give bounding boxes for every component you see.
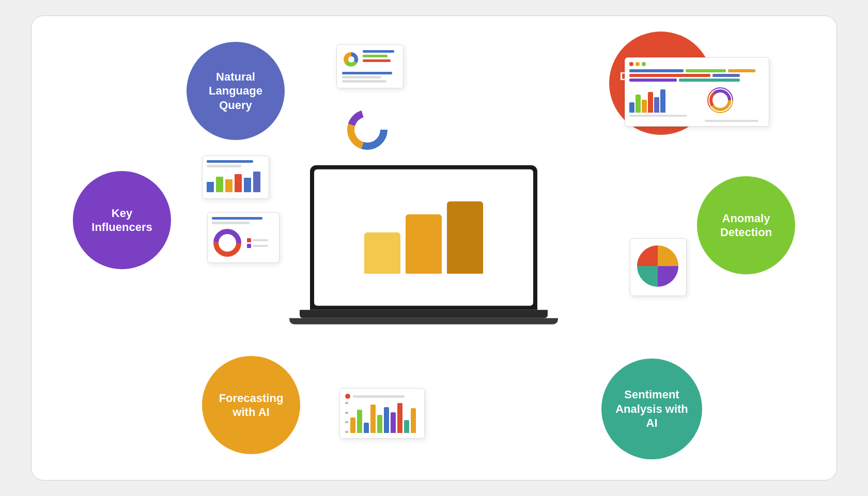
- dash-section: [629, 85, 765, 122]
- dot-green: [642, 62, 646, 66]
- donut-card-left: [207, 212, 280, 263]
- dash-right: [705, 85, 765, 122]
- svg-rect-14: [235, 174, 242, 192]
- window-dots: [629, 62, 765, 66]
- circle-key[interactable]: Key Influencers: [73, 171, 171, 269]
- key-label: Key Influencers: [83, 206, 161, 235]
- svg-point-6: [348, 56, 354, 63]
- svg-rect-12: [216, 177, 223, 192]
- donut-svg-top: [344, 106, 391, 153]
- svg-rect-16: [253, 172, 260, 192]
- pie-card-right: [630, 238, 687, 296]
- donut-top-center: [344, 106, 391, 155]
- main-card: Natural Language Query Decomposition Tre…: [31, 16, 837, 481]
- dot-orange: [636, 62, 640, 66]
- svg-point-10: [359, 121, 376, 138]
- circle-sentiment[interactable]: Sentiment Analysis with AI: [601, 359, 702, 459]
- svg-rect-13: [225, 179, 233, 192]
- forecast-label: Forecasting with AI: [212, 391, 290, 420]
- svg-point-4: [715, 95, 726, 106]
- nlq-label: Natural Language Query: [197, 70, 274, 113]
- circle-nlq[interactable]: Natural Language Query: [187, 42, 285, 140]
- report-pie-icon: [342, 50, 361, 69]
- laptop-base: [289, 318, 558, 324]
- laptop-hinge: [300, 310, 548, 318]
- pie-right-mid: [634, 243, 681, 289]
- svg-rect-15: [244, 178, 251, 192]
- circle-forecast[interactable]: Forecasting with AI: [202, 356, 300, 454]
- anomaly-label: Anomaly Detection: [707, 211, 785, 240]
- laptop-wrapper: [310, 165, 558, 324]
- pbi-logo: [364, 202, 483, 274]
- laptop-screen: [310, 165, 537, 310]
- bar-card-bottom: [339, 388, 425, 439]
- circle-anomaly[interactable]: Anomaly Detection: [697, 176, 795, 274]
- svg-rect-11: [207, 182, 214, 192]
- donut-left-lower: [212, 227, 243, 258]
- dash-donut: [705, 85, 736, 116]
- svg-point-19: [221, 237, 234, 249]
- sentiment-label: Sentiment Analysis with AI: [612, 388, 692, 430]
- small-bar-svg: [207, 172, 264, 192]
- dashboard-card: [625, 57, 769, 127]
- bar-card-left-mid: [202, 156, 269, 199]
- dash-left: [629, 85, 702, 122]
- laptop-screen-inner: [314, 169, 533, 306]
- dot-red: [629, 62, 633, 66]
- report-card-top: [336, 44, 404, 88]
